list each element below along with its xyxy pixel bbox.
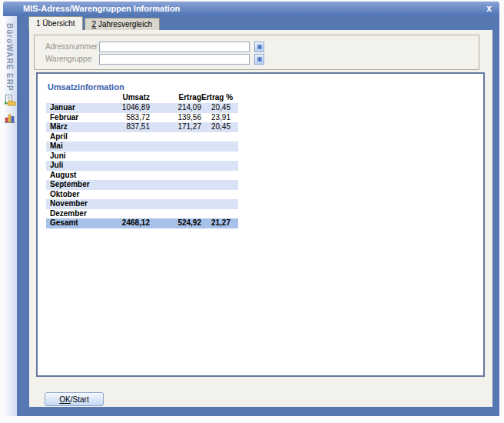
close-icon[interactable]: x: [486, 2, 492, 15]
column-header-month: [46, 92, 96, 103]
ok-start-button-accel: OK: [59, 395, 70, 404]
table-row: Juni: [46, 152, 238, 162]
warengruppe-lookup-button[interactable]: [254, 54, 264, 65]
umsatz-panel: Umsatzinformation Umsatz Ertrag Ertrag %…: [36, 72, 485, 377]
warengruppe-row: Warengruppe 1150 : Tintenstrahldrucker: [45, 53, 479, 65]
titlebar[interactable]: MIS-Adress/Warengruppen Information x: [3, 2, 499, 16]
column-header-ertrag: Ertrag: [150, 92, 201, 103]
table-header-row: Umsatz Ertrag Ertrag %: [46, 92, 238, 103]
adressnummer-label: Adressnummer: [45, 42, 99, 51]
tab-content: Adressnummer 10015 : Telekommunikationst…: [29, 30, 492, 407]
table-row: Dezember: [46, 209, 238, 219]
total-label: Gesamt: [46, 218, 96, 228]
table-row: Januar 1046,89 214,09 20,45: [46, 103, 238, 113]
column-header-ertrag-pct: Ertrag %: [201, 92, 238, 103]
total-umsatz: 2468,12: [96, 218, 150, 228]
tab-uebersicht[interactable]: 1 Übersicht: [28, 16, 83, 30]
window-title: MIS-Adress/Warengruppen Information: [23, 4, 180, 13]
warengruppe-input[interactable]: 1150 : Tintenstrahldrucker: [99, 54, 250, 65]
table-row: März 837,51 171,27 20,45: [46, 122, 238, 132]
app-window: MIS-Adress/Warengruppen Information x Bü…: [3, 2, 499, 416]
brand-sidebar: BüroWARE ERP: [3, 16, 17, 416]
panel-title: Umsatzinformation: [48, 82, 124, 92]
adressnummer-lookup-button[interactable]: [254, 42, 264, 52]
total-ertrag-pct: 21,27: [201, 218, 238, 228]
ok-start-button-rest: /Start: [71, 395, 89, 404]
ok-start-button[interactable]: OK/Start: [45, 392, 104, 406]
adressnummer-row: Adressnummer 10015 : Telekommunikationst…: [45, 41, 479, 52]
chart-icon[interactable]: [4, 112, 16, 124]
open-document-icon[interactable]: [4, 94, 16, 106]
tab-bar: 1 Übersicht 2 Jahresvergleich: [28, 16, 160, 30]
warengruppe-label: Warengruppe: [45, 55, 99, 63]
adressnummer-input[interactable]: 10015 : Telekommunikationstechnik Seip /…: [99, 42, 250, 52]
table-row: Juli: [46, 161, 238, 171]
column-header-umsatz: Umsatz: [96, 92, 150, 103]
asterisk-icon: [257, 44, 263, 50]
tab-uebersicht-label: 1 Übersicht: [36, 19, 75, 28]
table-row: Oktober: [46, 190, 238, 200]
table-row: April: [46, 132, 238, 142]
table-row: August: [46, 171, 238, 181]
table-row: Mai: [46, 142, 238, 152]
table-row: Februar 583,72 139,56 23,91: [46, 113, 238, 123]
brand-text: BüroWARE ERP: [5, 23, 14, 92]
selection-groupbox: Adressnummer 10015 : Telekommunikationst…: [34, 35, 479, 70]
table-row: September: [46, 180, 238, 190]
table-row: November: [46, 199, 238, 209]
umsatz-table: Umsatz Ertrag Ertrag % Januar 1046,89 21…: [46, 92, 238, 228]
tab-jahresvergleich-label: Jahresvergleich: [96, 20, 152, 28]
table-total-row: Gesamt 2468,12 524,92 21,27: [46, 218, 238, 228]
total-ertrag: 524,92: [150, 218, 201, 228]
umsatz-table-body: Januar 1046,89 214,09 20,45 Februar 583,…: [46, 103, 238, 218]
tab-jahresvergleich[interactable]: 2 Jahresvergleich: [85, 18, 160, 30]
asterisk-icon: [257, 56, 263, 62]
